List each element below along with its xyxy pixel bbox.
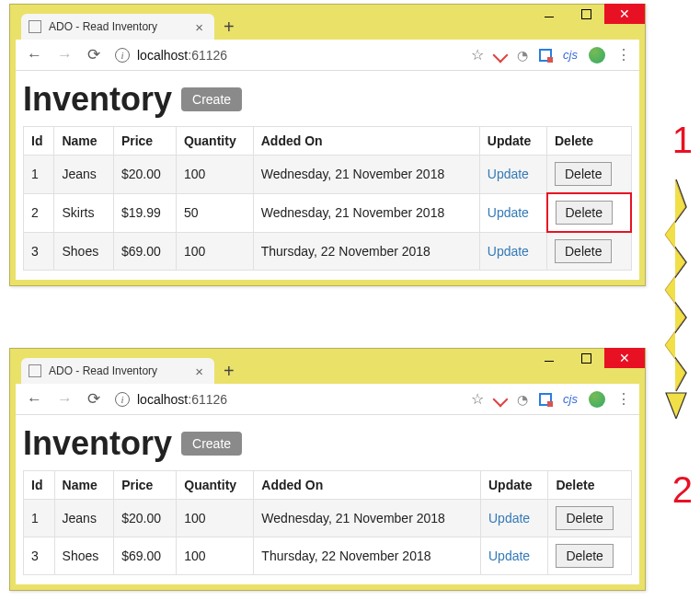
reload-button[interactable]: ⟳ xyxy=(84,45,104,64)
update-link[interactable]: Update xyxy=(488,244,529,259)
update-link[interactable]: Update xyxy=(488,205,529,220)
step-label-1: 1 xyxy=(672,120,693,161)
col-delete: Delete xyxy=(548,471,632,500)
table-row: 3 Shoes $69.00 100 Thursday, 22 November… xyxy=(24,232,632,271)
cell-price: $19.99 xyxy=(113,193,176,232)
minimize-button[interactable] xyxy=(531,348,568,368)
extension-cjs-icon[interactable]: cjs xyxy=(563,48,578,62)
update-link[interactable]: Update xyxy=(488,511,530,525)
col-added-on: Added On xyxy=(253,127,479,156)
cell-price: $20.00 xyxy=(113,156,176,194)
minimize-button[interactable] xyxy=(531,4,568,24)
col-quantity: Quantity xyxy=(177,471,254,500)
menu-icon[interactable]: ⋮ xyxy=(616,390,632,408)
cell-name: Shoes xyxy=(54,537,114,575)
delete-button[interactable]: Delete xyxy=(556,506,613,530)
profile-avatar[interactable] xyxy=(589,391,605,408)
cell-quantity: 50 xyxy=(176,193,253,232)
site-info-icon[interactable]: i xyxy=(115,392,130,407)
cell-quantity: 100 xyxy=(177,537,254,575)
inventory-table: Id Name Price Quantity Added On Update D… xyxy=(23,470,632,575)
cell-price: $69.00 xyxy=(113,232,176,271)
col-id: Id xyxy=(24,127,54,156)
window-controls: ✕ xyxy=(531,348,645,368)
bookmark-icon[interactable]: ☆ xyxy=(471,390,484,408)
address-bar[interactable]: localhost:61126 xyxy=(137,392,464,407)
col-name: Name xyxy=(54,471,114,500)
page-content: Inventory Create Id Name Price Quantity … xyxy=(16,415,639,584)
cell-price: $69.00 xyxy=(114,537,177,575)
cell-id: 1 xyxy=(24,500,55,537)
forward-button[interactable]: → xyxy=(53,390,76,409)
cell-added-on: Thursday, 22 November 2018 xyxy=(253,232,479,271)
extension-a-icon[interactable] xyxy=(493,47,509,63)
col-id: Id xyxy=(24,471,55,500)
address-bar[interactable]: localhost:61126 xyxy=(137,48,464,63)
page-title: Inventory xyxy=(23,80,172,119)
cell-id: 2 xyxy=(24,193,54,232)
restore-button[interactable] xyxy=(568,348,604,368)
site-info-icon[interactable]: i xyxy=(115,48,130,63)
col-price: Price xyxy=(114,471,177,500)
toolbar: ← → ⟳ i localhost:61126 ☆ ◔ cjs ⋮ xyxy=(16,40,639,71)
cell-name: Jeans xyxy=(54,156,113,194)
update-link[interactable]: Update xyxy=(488,548,530,563)
close-tab-icon[interactable]: × xyxy=(191,364,207,378)
cell-added-on: Wednesday, 21 November 2018 xyxy=(253,156,479,194)
extension-a-icon[interactable] xyxy=(493,391,509,407)
page-title: Inventory xyxy=(23,424,172,463)
cell-id: 3 xyxy=(24,537,55,575)
table-row: 2 Skirts $19.99 50 Wednesday, 21 Novembe… xyxy=(24,193,632,232)
col-added-on: Added On xyxy=(254,471,481,500)
new-tab-button[interactable]: + xyxy=(214,362,244,380)
back-button[interactable]: ← xyxy=(23,46,46,64)
col-quantity: Quantity xyxy=(176,127,253,156)
delete-button[interactable]: Delete xyxy=(556,544,613,568)
col-update: Update xyxy=(480,471,547,500)
cell-name: Skirts xyxy=(54,193,113,232)
page-content: Inventory Create Id Name Price Quantity … xyxy=(16,71,639,280)
col-name: Name xyxy=(54,127,113,156)
reload-button[interactable]: ⟳ xyxy=(84,389,104,409)
back-button[interactable]: ← xyxy=(23,390,46,409)
delete-button[interactable]: Delete xyxy=(555,239,612,263)
close-window-button[interactable]: ✕ xyxy=(604,4,645,24)
page-favicon-icon xyxy=(29,20,41,33)
flow-arrow xyxy=(664,179,688,419)
new-tab-button[interactable]: + xyxy=(214,17,244,36)
extension-cjs-icon[interactable]: cjs xyxy=(563,392,578,406)
table-row: 1 Jeans $20.00 100 Wednesday, 21 Novembe… xyxy=(24,156,632,194)
cell-name: Shoes xyxy=(54,232,113,271)
bookmark-icon[interactable]: ☆ xyxy=(471,46,484,64)
update-link[interactable]: Update xyxy=(488,167,529,181)
delete-button[interactable]: Delete xyxy=(555,162,612,186)
col-update: Update xyxy=(479,127,546,156)
browser-tab[interactable]: ADO - Read Inventory × xyxy=(21,358,214,384)
tab-title: ADO - Read Inventory xyxy=(49,20,191,33)
close-window-button[interactable]: ✕ xyxy=(604,348,645,368)
cell-name: Jeans xyxy=(54,500,114,537)
extension-c-icon[interactable] xyxy=(539,393,552,406)
col-price: Price xyxy=(113,127,176,156)
cell-quantity: 100 xyxy=(176,232,253,271)
create-button[interactable]: Create xyxy=(181,87,242,111)
page-favicon-icon xyxy=(29,364,41,377)
cell-price: $20.00 xyxy=(114,500,177,537)
delete-button-highlighted[interactable]: Delete xyxy=(556,201,613,225)
profile-avatar[interactable] xyxy=(589,47,605,64)
cell-id: 1 xyxy=(24,156,54,194)
window-controls: ✕ xyxy=(531,4,645,24)
browser-window-after: ✕ ADO - Read Inventory × + ← → ⟳ i local… xyxy=(9,348,646,591)
extension-b-icon[interactable]: ◔ xyxy=(517,392,528,407)
browser-window-before: ✕ ADO - Read Inventory × + ← → ⟳ i local… xyxy=(9,4,646,286)
browser-tab[interactable]: ADO - Read Inventory × xyxy=(21,14,214,40)
restore-button[interactable] xyxy=(568,4,604,24)
cell-added-on: Wednesday, 21 November 2018 xyxy=(253,193,479,232)
menu-icon[interactable]: ⋮ xyxy=(616,46,632,64)
extension-b-icon[interactable]: ◔ xyxy=(517,48,528,63)
create-button[interactable]: Create xyxy=(181,432,242,456)
cell-quantity: 100 xyxy=(177,500,254,537)
close-tab-icon[interactable]: × xyxy=(191,20,207,34)
forward-button[interactable]: → xyxy=(53,46,76,64)
extension-c-icon[interactable] xyxy=(539,49,552,62)
